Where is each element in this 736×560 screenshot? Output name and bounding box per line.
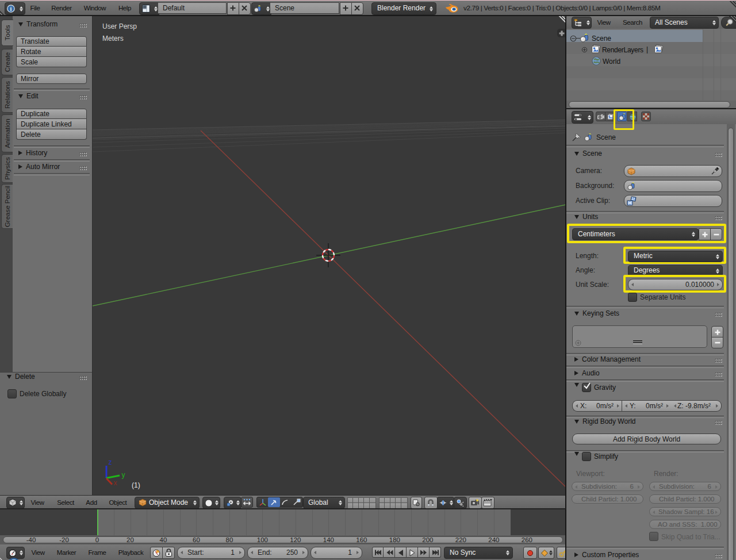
svg-text:i: i (10, 6, 12, 12)
svg-text:y: y (122, 471, 125, 479)
svg-text:x: x (114, 479, 117, 487)
svg-text:z: z (109, 458, 112, 466)
